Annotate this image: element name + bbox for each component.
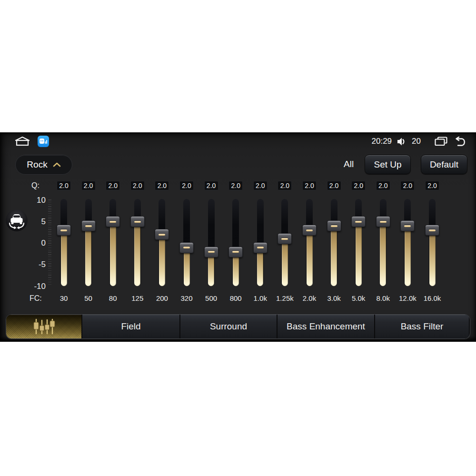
eq-gain-slider[interactable] xyxy=(51,199,76,286)
thumb-grip xyxy=(208,251,215,253)
thumb-grip xyxy=(159,234,165,236)
slider-thumb[interactable] xyxy=(253,242,268,253)
slider-fill xyxy=(110,222,116,286)
gain-axis-tick: 10 xyxy=(26,196,46,205)
tab-label: Field xyxy=(121,321,140,332)
q-value-chip[interactable]: 2.0 xyxy=(302,181,317,190)
eq-band-column: 2.0500 xyxy=(199,132,224,342)
q-value-chip[interactable]: 2.0 xyxy=(278,181,292,190)
thumb-grip xyxy=(306,229,313,231)
eq-gain-slider[interactable] xyxy=(248,199,273,286)
slider-thumb[interactable] xyxy=(228,247,243,258)
q-value-chip[interactable]: 2.0 xyxy=(228,181,243,190)
eq-band-column: 2.0800 xyxy=(223,132,248,342)
eq-gain-slider[interactable] xyxy=(100,199,125,286)
eq-band-column: 2.02.0k xyxy=(297,132,322,342)
tab-bass-enhancement[interactable]: Bass Enhancement xyxy=(277,315,374,338)
q-value-chip[interactable]: 2.0 xyxy=(327,181,341,190)
back-arrow-icon[interactable] xyxy=(453,137,467,147)
eq-gain-slider[interactable] xyxy=(125,199,150,286)
slider-fill xyxy=(380,222,386,286)
home-icon[interactable] xyxy=(14,136,30,147)
eq-gain-slider[interactable] xyxy=(297,199,322,286)
eq-gain-slider[interactable] xyxy=(149,199,174,286)
slider-fill xyxy=(405,226,411,286)
voice-assistant-icon[interactable] xyxy=(38,136,49,147)
eq-band-column: 2.0125 xyxy=(125,132,150,342)
q-row-label: Q: xyxy=(31,181,40,190)
eq-band-column: 2.01.0k xyxy=(248,132,273,342)
slider-fill xyxy=(85,226,91,286)
slider-fill xyxy=(282,239,288,286)
q-value-chip[interactable]: 2.0 xyxy=(425,181,439,190)
eq-band-column: 2.012.0k xyxy=(395,132,420,342)
eq-gain-slider[interactable] xyxy=(199,199,224,286)
eq-gain-slider[interactable] xyxy=(420,199,445,286)
eq-gain-slider[interactable] xyxy=(395,199,420,286)
slider-thumb[interactable] xyxy=(57,225,71,236)
slider-thumb[interactable] xyxy=(400,220,415,231)
slider-thumb[interactable] xyxy=(81,220,96,231)
tab-equalizer[interactable] xyxy=(6,315,81,338)
eq-band-column: 2.01.25k xyxy=(272,132,297,342)
thumb-grip xyxy=(85,225,92,227)
tab-bass-filter[interactable]: Bass Filter xyxy=(374,315,469,338)
eq-band-column: 2.016.0k xyxy=(420,132,445,342)
q-value-chip[interactable]: 2.0 xyxy=(155,181,169,190)
slider-thumb[interactable] xyxy=(327,220,341,231)
thumb-grip xyxy=(257,247,264,248)
slider-thumb[interactable] xyxy=(204,247,218,258)
eq-band-column: 2.030 xyxy=(51,132,76,342)
sound-field-car-button[interactable] xyxy=(5,209,28,232)
thumb-grip xyxy=(232,251,239,253)
slider-fill xyxy=(184,248,190,286)
gain-axis-ruler xyxy=(48,199,51,286)
slider-thumb[interactable] xyxy=(351,216,366,227)
gain-axis-tick: -5 xyxy=(26,260,46,269)
slider-thumb[interactable] xyxy=(278,233,292,244)
q-value-chip[interactable]: 2.0 xyxy=(204,181,218,190)
q-value-chip[interactable]: 2.0 xyxy=(57,181,71,190)
slider-fill xyxy=(331,226,337,286)
slider-thumb[interactable] xyxy=(130,216,145,227)
slider-thumb[interactable] xyxy=(302,225,317,236)
gain-axis-tick: 5 xyxy=(26,217,46,227)
thumb-grip xyxy=(60,229,67,231)
q-value-chip[interactable]: 2.0 xyxy=(253,181,268,190)
gain-axis-tick: 0 xyxy=(26,238,46,248)
thumb-grip xyxy=(380,221,387,223)
eq-gain-slider[interactable] xyxy=(223,199,248,286)
q-value-chip[interactable]: 2.0 xyxy=(179,181,194,190)
slider-thumb[interactable] xyxy=(376,216,390,227)
thumb-grip xyxy=(183,247,190,248)
slider-thumb[interactable] xyxy=(179,242,194,253)
eq-gain-slider[interactable] xyxy=(174,199,199,286)
slider-thumb[interactable] xyxy=(106,216,120,227)
thumb-grip xyxy=(404,225,411,227)
q-value-chip[interactable]: 2.0 xyxy=(351,181,366,190)
slider-fill xyxy=(61,230,67,286)
eq-gain-slider[interactable] xyxy=(76,199,101,286)
eq-gain-slider[interactable] xyxy=(272,199,297,286)
eq-band-column: 2.0200 xyxy=(149,132,174,342)
slider-thumb[interactable] xyxy=(425,225,439,236)
tab-label: Bass Enhancement xyxy=(287,321,365,332)
q-value-chip[interactable]: 2.0 xyxy=(400,181,415,190)
q-value-chip[interactable]: 2.0 xyxy=(376,181,390,190)
tab-label: Surround xyxy=(210,321,247,332)
q-value-chip[interactable]: 2.0 xyxy=(130,181,145,190)
bottom-tab-bar: FieldSurroundBass EnhancementBass Filter xyxy=(6,314,470,339)
tab-surround[interactable]: Surround xyxy=(179,315,277,338)
tab-field[interactable]: Field xyxy=(81,315,179,338)
thumb-grip xyxy=(355,221,362,223)
q-value-chip[interactable]: 2.0 xyxy=(106,181,120,190)
equalizer-sliders-icon xyxy=(29,318,59,335)
slider-thumb[interactable] xyxy=(155,229,169,240)
eq-gain-slider[interactable] xyxy=(346,199,371,286)
thumb-grip xyxy=(134,221,141,223)
gain-axis-tick: -10 xyxy=(26,282,46,291)
eq-gain-slider[interactable] xyxy=(322,199,347,286)
eq-band-column: 2.080 xyxy=(100,132,125,342)
q-value-chip[interactable]: 2.0 xyxy=(81,181,96,190)
eq-gain-slider[interactable] xyxy=(371,199,396,286)
